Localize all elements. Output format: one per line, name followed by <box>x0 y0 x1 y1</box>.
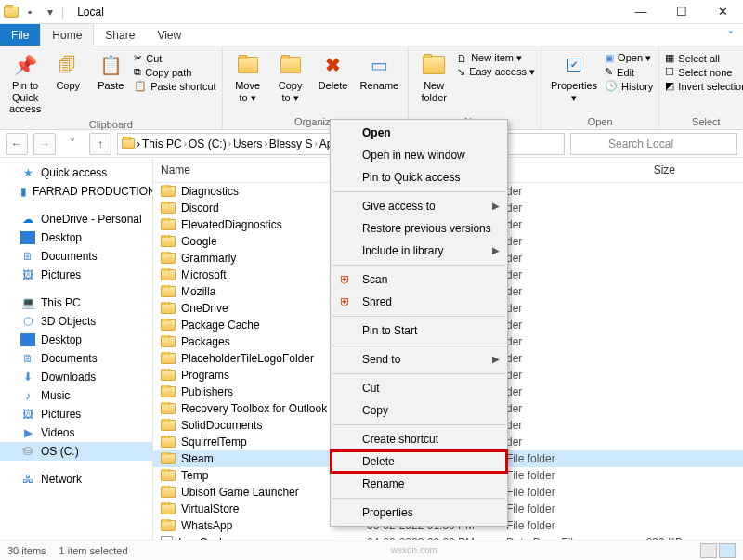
nav-downloads[interactable]: ⬇Downloads <box>0 368 152 386</box>
properties-button[interactable]: ✔ Properties ▾ <box>547 50 601 105</box>
ctx-open-new-window[interactable]: Open in new window <box>331 144 507 166</box>
properties-icon: ✔ <box>561 52 587 78</box>
nav-documents2[interactable]: 🗎Documents <box>0 349 152 368</box>
nav-pictures[interactable]: 🖼Pictures <box>0 266 152 284</box>
invert-selection-button[interactable]: ◩Invert selection <box>665 80 743 92</box>
file-type: der <box>506 235 608 248</box>
nav-pictures2[interactable]: 🖼Pictures <box>0 405 152 423</box>
file-name: SquirrelTemp <box>181 436 247 449</box>
nav-desktop2[interactable]: Desktop <box>0 331 152 349</box>
history-icon: 🕓 <box>605 80 618 92</box>
ctx-delete[interactable]: Delete <box>331 450 507 473</box>
nav-quick-access[interactable]: ★Quick access <box>0 163 152 182</box>
col-size[interactable]: Size <box>608 158 683 182</box>
folder-icon <box>161 487 176 498</box>
pin-to-quick-access-button[interactable]: 📌 Pin to Quick access <box>6 50 45 117</box>
tab-share[interactable]: Share <box>94 24 146 46</box>
tab-view[interactable]: View <box>146 24 192 46</box>
context-menu: Open Open in new window Pin to Quick acc… <box>330 119 508 527</box>
file-type: der <box>506 436 608 449</box>
edit-button[interactable]: ✎Edit <box>605 66 653 78</box>
rename-button[interactable]: ▭ Rename <box>357 50 403 94</box>
copy-to-button[interactable]: Copy to ▾ <box>271 50 310 105</box>
delete-button[interactable]: ✖ Delete <box>314 50 353 94</box>
status-selected-count: 1 item selected <box>59 545 128 556</box>
ctx-rename[interactable]: Rename <box>331 473 507 495</box>
cut-button[interactable]: ✂Cut <box>134 52 215 64</box>
col-type[interactable] <box>506 158 608 182</box>
ribbon: 📌 Pin to Quick access 🗐 Copy 📋 Paste ✂Cu… <box>0 46 743 130</box>
details-view-icon[interactable] <box>700 543 717 558</box>
nav-network[interactable]: 🖧Network <box>0 470 152 488</box>
history-button[interactable]: 🕓History <box>605 80 653 92</box>
nav-farrad[interactable]: ▮FARRAD PRODUCTION <box>0 182 152 201</box>
ctx-cut[interactable]: Cut <box>331 377 507 399</box>
easy-access-button[interactable]: ↘Easy access ▾ <box>457 66 535 78</box>
paste-button[interactable]: 📋 Paste <box>91 50 130 94</box>
file-type: der <box>506 352 608 365</box>
forward-button[interactable]: → <box>33 133 56 155</box>
ctx-properties[interactable]: Properties <box>331 501 507 524</box>
recent-locations-button[interactable]: ˅ <box>61 133 84 155</box>
ctx-restore-previous[interactable]: Restore previous versions <box>331 217 507 240</box>
minimize-button[interactable]: — <box>620 0 661 24</box>
ctx-pin-quick-access[interactable]: Pin to Quick access <box>331 166 507 189</box>
desktop-icon <box>20 231 35 244</box>
file-type: der <box>506 419 608 432</box>
crumb-users[interactable]: Users› <box>233 137 267 150</box>
copy-button[interactable]: 🗐 Copy <box>48 50 87 94</box>
move-to-button[interactable]: Move to ▾ <box>228 50 267 105</box>
ctx-create-shortcut[interactable]: Create shortcut <box>331 428 507 450</box>
qat-dropdown[interactable]: ▾ <box>41 3 59 21</box>
nav-this-pc[interactable]: 💻This PC <box>0 293 152 312</box>
ctx-shred[interactable]: ⛨Shred <box>331 291 507 313</box>
file-type: der <box>506 319 608 332</box>
address-folder-icon <box>122 138 135 149</box>
navigation-pane[interactable]: ★Quick access ▮FARRAD PRODUCTION ☁OneDri… <box>0 158 153 540</box>
crumb-osc[interactable]: OS (C:)› <box>189 137 231 150</box>
tab-file[interactable]: File <box>0 24 40 46</box>
ctx-copy[interactable]: Copy <box>331 399 507 422</box>
group-organize: Move to ▾ Copy to ▾ ✖ Delete ▭ Rename Or… <box>223 46 410 129</box>
nav-videos[interactable]: ▶Videos <box>0 423 152 442</box>
large-icons-view-icon[interactable] <box>719 543 736 558</box>
ctx-open[interactable]: Open <box>331 122 507 144</box>
folder-icon <box>161 219 176 230</box>
title-bar: ▪ ▾ | Local — ☐ ✕ <box>0 0 743 24</box>
crumb-user[interactable]: Blessy S› <box>269 137 318 150</box>
new-item-button[interactable]: 🗋New item ▾ <box>457 52 535 64</box>
ctx-send-to[interactable]: Send to▶ <box>331 348 507 371</box>
folder-icon <box>161 420 176 431</box>
copy-path-button[interactable]: ⧉Copy path <box>134 66 215 78</box>
ribbon-collapse-icon[interactable]: ˅ <box>719 26 743 46</box>
open-button[interactable]: ▣Open ▾ <box>605 52 653 64</box>
nav-onedrive[interactable]: ☁OneDrive - Personal <box>0 210 152 228</box>
new-folder-button[interactable]: New folder <box>414 50 453 105</box>
back-button[interactable]: ← <box>6 133 28 155</box>
file-name: OneDrive <box>181 302 228 315</box>
nav-osc[interactable]: ⛁OS (C:) <box>0 442 152 461</box>
ctx-scan[interactable]: ⛨Scan <box>331 268 507 291</box>
paste-shortcut-button[interactable]: 📋Paste shortcut <box>134 80 215 92</box>
select-all-button[interactable]: ▦Select all <box>665 52 743 64</box>
ctx-include-in-library[interactable]: Include in library▶ <box>331 240 507 262</box>
tab-home[interactable]: Home <box>40 23 94 46</box>
drive-icon: ⛁ <box>20 445 35 458</box>
select-none-button[interactable]: ☐Select none <box>665 66 743 78</box>
up-button[interactable]: ↑ <box>89 133 111 155</box>
ctx-pin-to-start[interactable]: Pin to Start <box>331 319 507 342</box>
ctx-give-access-to[interactable]: Give access to▶ <box>331 195 507 217</box>
file-type: der <box>506 285 608 298</box>
close-button[interactable]: ✕ <box>702 0 743 24</box>
qat-customize-icon[interactable]: ▪ <box>20 3 39 21</box>
nav-desktop[interactable]: Desktop <box>0 228 152 247</box>
folder-icon <box>161 253 176 264</box>
search-box[interactable]: Search Local <box>570 133 737 155</box>
crumb-this-pc[interactable]: This PC› <box>142 137 187 150</box>
nav-documents[interactable]: 🗎Documents <box>0 247 152 266</box>
nav-3d-objects[interactable]: ⬡3D Objects <box>0 312 152 331</box>
nav-music[interactable]: ♪Music <box>0 386 152 405</box>
file-name: Diagnostics <box>181 185 239 198</box>
maximize-button[interactable]: ☐ <box>661 0 702 24</box>
group-select: ▦Select all ☐Select none ◩Invert selecti… <box>659 46 743 129</box>
